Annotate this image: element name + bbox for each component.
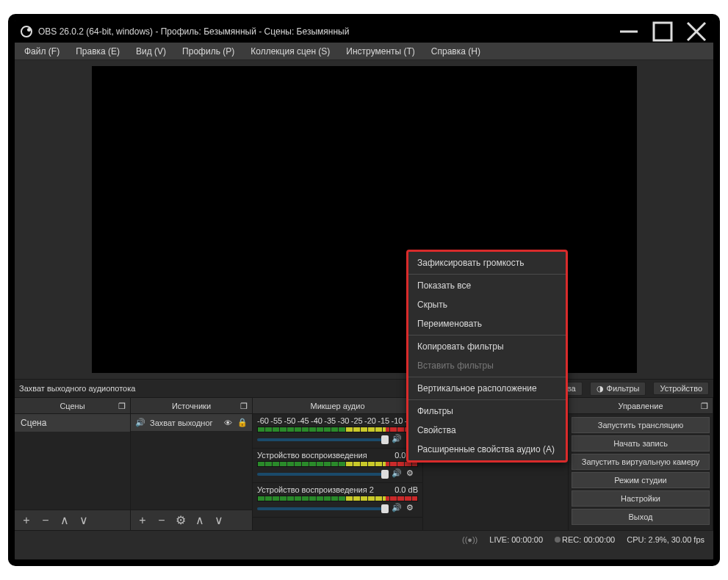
volume-slider[interactable] bbox=[257, 473, 389, 476]
maximize-button[interactable] bbox=[646, 21, 680, 43]
close-button[interactable] bbox=[680, 21, 713, 43]
channel-name: Устройство воспроизведения 2 bbox=[257, 485, 374, 494]
dock-icon[interactable]: ❐ bbox=[699, 401, 710, 411]
scenes-title: Сцены bbox=[60, 402, 84, 410]
filters-icon: ◑ bbox=[597, 384, 604, 394]
add-source-button[interactable]: + bbox=[134, 512, 151, 529]
mixer-context-menu: Зафиксировать громкостьПоказать всеСкрыт… bbox=[406, 250, 568, 463]
controls-title: Управление bbox=[618, 402, 663, 410]
speaker-icon: 🔊 bbox=[135, 418, 145, 427]
volume-slider[interactable] bbox=[257, 438, 389, 441]
context-menu-item[interactable]: Вертикальное расположение bbox=[408, 379, 566, 398]
control-button[interactable]: Выход bbox=[572, 509, 710, 525]
context-menu-item[interactable]: Зафиксировать громкость bbox=[408, 253, 566, 272]
selected-source-label: Захват выходного аудиопотока bbox=[19, 384, 135, 393]
lock-icon[interactable]: 🔒 bbox=[237, 418, 248, 427]
window-title: OBS 26.0.2 (64-bit, windows) - Профиль: … bbox=[38, 26, 612, 37]
device-button[interactable]: Устройство bbox=[653, 382, 709, 395]
context-menu-separator bbox=[408, 377, 566, 377]
menu-file[interactable]: Файл (F) bbox=[18, 45, 66, 58]
mixer-channel: Устройство воспроизведения 20.0 dB🔊⚙ bbox=[253, 483, 422, 518]
docks: Сцены❐ Сцена + − ∧ ∨ Источники❐ 🔊 Захват… bbox=[15, 398, 713, 530]
source-up-button[interactable]: ∧ bbox=[191, 512, 209, 529]
context-menu-item[interactable]: Расширенные свойства аудио (A) bbox=[408, 440, 566, 459]
svg-rect-1 bbox=[654, 23, 671, 40]
context-menu-item[interactable]: Копировать фильтры bbox=[408, 337, 566, 356]
scene-up-button[interactable]: ∧ bbox=[56, 512, 73, 529]
scenes-panel: Сцены❐ Сцена + − ∧ ∨ bbox=[15, 398, 131, 530]
menubar: Файл (F) Правка (E) Вид (V) Профиль (P) … bbox=[15, 43, 713, 60]
control-button[interactable]: Настройки bbox=[572, 490, 710, 507]
rec-dot-icon bbox=[555, 537, 561, 543]
status-cpu: CPU: 2.9%, 30.00 fps bbox=[627, 535, 704, 544]
source-item[interactable]: 🔊 Захват выходног 👁 🔒 bbox=[131, 414, 252, 431]
menu-edit[interactable]: Правка (E) bbox=[69, 45, 126, 58]
mixer-channel: -60-55-50-45-40-35-30-25-20-15-10-50🔊⚙ bbox=[253, 414, 422, 449]
app-logo-icon bbox=[21, 26, 32, 37]
mixer-title: Микшер аудио bbox=[310, 402, 364, 410]
statusbar: ((●)) LIVE: 00:00:00 REC: 00:00:00 CPU: … bbox=[15, 530, 713, 548]
remove-source-button[interactable]: − bbox=[153, 512, 170, 529]
scene-down-button[interactable]: ∨ bbox=[75, 512, 93, 529]
source-toolbar: Захват выходного аудиопотока ⚙Свойства ◑… bbox=[15, 379, 713, 398]
sources-title: Источники bbox=[172, 402, 211, 410]
volume-slider[interactable] bbox=[257, 507, 389, 510]
context-menu-item: Вставить фильтры bbox=[408, 356, 566, 375]
channel-settings-icon[interactable]: ⚙ bbox=[406, 503, 418, 515]
mixer-panel: Микшер аудио❐ -60-55-50-45-40-35-30-25-2… bbox=[253, 398, 423, 530]
control-button[interactable]: Начать запись bbox=[572, 435, 710, 452]
dock-icon[interactable]: ❐ bbox=[117, 401, 127, 411]
scene-item[interactable]: Сцена bbox=[15, 414, 130, 432]
speaker-icon[interactable]: 🔊 bbox=[392, 434, 403, 446]
speaker-icon[interactable]: 🔊 bbox=[392, 503, 403, 515]
audio-meter bbox=[257, 427, 418, 432]
network-icon: ((●)) bbox=[462, 535, 477, 544]
audio-meter bbox=[257, 461, 418, 467]
status-live: LIVE: 00:00:00 bbox=[489, 535, 543, 544]
mixer-channel: Устройство воспроизведения0.0 dB🔊⚙ bbox=[253, 449, 422, 483]
source-down-button[interactable]: ∨ bbox=[210, 512, 228, 529]
controls-panel: Управление❐ Запустить трансляциюНачать з… bbox=[569, 398, 713, 530]
remove-scene-button[interactable]: − bbox=[37, 512, 54, 529]
minimize-button[interactable] bbox=[612, 21, 646, 43]
control-button[interactable]: Режим студии bbox=[572, 472, 710, 488]
audio-meter bbox=[257, 496, 418, 501]
control-button[interactable]: Запустить виртуальную камеру bbox=[572, 454, 710, 470]
channel-level: 0.0 dB bbox=[394, 485, 418, 494]
menu-tools[interactable]: Инструменты (T) bbox=[339, 45, 421, 58]
menu-scene-collection[interactable]: Коллекция сцен (S) bbox=[244, 45, 336, 58]
channel-settings-icon[interactable]: ⚙ bbox=[406, 468, 418, 480]
speaker-icon[interactable]: 🔊 bbox=[392, 468, 403, 480]
menu-help[interactable]: Справка (H) bbox=[425, 45, 487, 58]
sources-panel: Источники❐ 🔊 Захват выходног 👁 🔒 + − ⚙ ∧… bbox=[131, 398, 253, 530]
context-menu-item[interactable]: Фильтры bbox=[408, 402, 566, 421]
source-label: Захват выходног bbox=[150, 418, 218, 427]
visibility-icon[interactable]: 👁 bbox=[223, 418, 233, 427]
context-menu-item[interactable]: Показать все bbox=[408, 276, 566, 295]
source-settings-button[interactable]: ⚙ bbox=[172, 512, 190, 529]
context-menu-separator bbox=[408, 335, 566, 336]
menu-profile[interactable]: Профиль (P) bbox=[176, 45, 241, 58]
dock-icon[interactable]: ❐ bbox=[239, 401, 249, 411]
context-menu-item[interactable]: Скрыть bbox=[408, 295, 566, 314]
context-menu-separator bbox=[408, 399, 566, 400]
add-scene-button[interactable]: + bbox=[18, 512, 35, 529]
filters-button[interactable]: ◑Фильтры bbox=[590, 382, 646, 396]
menu-view[interactable]: Вид (V) bbox=[129, 45, 173, 58]
app-window: OBS 26.0.2 (64-bit, windows) - Профиль: … bbox=[8, 14, 720, 566]
channel-name: Устройство воспроизведения bbox=[257, 451, 367, 460]
context-menu-item[interactable]: Свойства bbox=[408, 421, 566, 440]
titlebar: OBS 26.0.2 (64-bit, windows) - Профиль: … bbox=[15, 21, 713, 43]
context-menu-separator bbox=[408, 274, 566, 275]
context-menu-item[interactable]: Переименовать bbox=[408, 314, 566, 333]
status-rec: REC: 00:00:00 bbox=[562, 535, 615, 544]
control-button[interactable]: Запустить трансляцию bbox=[572, 417, 710, 433]
preview-area bbox=[15, 60, 713, 379]
